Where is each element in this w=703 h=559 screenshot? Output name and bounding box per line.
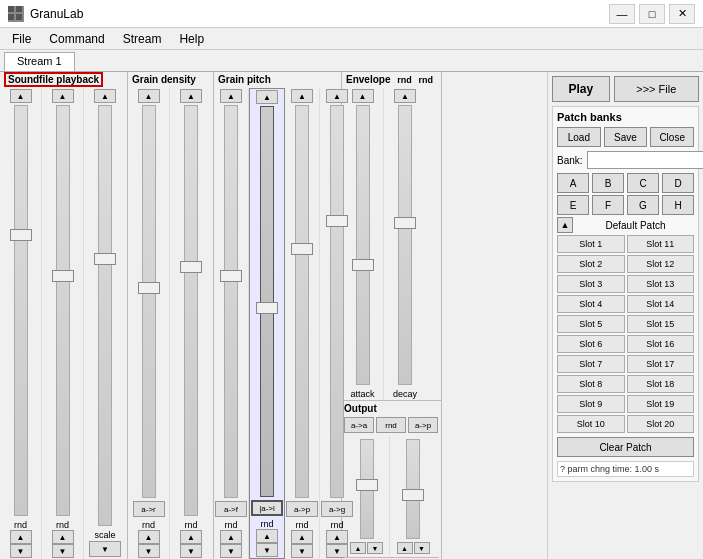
clear-patch-button[interactable]: Clear Patch	[557, 437, 694, 457]
freq-up-btn[interactable]: ▲	[138, 89, 160, 103]
slot-20[interactable]: Slot 20	[627, 415, 695, 433]
rnd-start-down[interactable]: ▼	[10, 544, 32, 558]
app-icon	[8, 6, 24, 22]
start-slider[interactable]	[14, 105, 28, 516]
strips-wrapper: Soundfile playback ▲ rnd ▲ ▼	[0, 72, 547, 559]
load-button[interactable]: Load	[557, 127, 601, 147]
pan-combo[interactable]: a->p	[408, 417, 438, 433]
decay-up[interactable]: ▲	[394, 89, 416, 103]
bank-e-btn[interactable]: E	[557, 195, 589, 215]
pitch1-rnd-up[interactable]: ▲	[220, 530, 242, 544]
pitch3-rnd-down[interactable]: ▼	[291, 544, 313, 558]
bank-c-btn[interactable]: C	[627, 173, 659, 193]
bank-h-btn[interactable]: H	[662, 195, 694, 215]
bank-d-btn[interactable]: D	[662, 173, 694, 193]
rnd-length-up[interactable]: ▲	[52, 530, 74, 544]
pitch1-up[interactable]: ▲	[220, 89, 242, 103]
pitch2-rnd-up[interactable]: ▲	[256, 529, 278, 543]
slot-13[interactable]: Slot 13	[627, 275, 695, 293]
freq-rnd-down[interactable]: ▼	[138, 544, 160, 558]
slot-3[interactable]: Slot 3	[557, 275, 625, 293]
rate-combo[interactable]: ▼	[89, 541, 121, 557]
rnd-start-up[interactable]: ▲	[10, 530, 32, 544]
slot-2[interactable]: Slot 2	[557, 255, 625, 273]
menu-command[interactable]: Command	[41, 30, 112, 48]
menu-stream[interactable]: Stream	[115, 30, 170, 48]
slot-17[interactable]: Slot 17	[627, 355, 695, 373]
envelope-strips: ▲ attack ▲ decay	[342, 88, 441, 400]
pitch3-up[interactable]: ▲	[291, 89, 313, 103]
length-sf-slider[interactable]	[56, 105, 70, 516]
slot-5[interactable]: Slot 5	[557, 315, 625, 333]
pitch3-rnd-up[interactable]: ▲	[291, 530, 313, 544]
freq-slider[interactable]	[142, 105, 156, 498]
slot-18[interactable]: Slot 18	[627, 375, 695, 393]
bank-a-btn[interactable]: A	[557, 173, 589, 193]
svg-rect-2	[8, 14, 14, 20]
pitch2-slider[interactable]	[260, 106, 274, 497]
output-strips-mini: ▲ ▼ ▲ ▼	[344, 436, 439, 555]
decay-slider[interactable]	[398, 105, 412, 385]
output-combos: a->a rnd a->p	[344, 416, 439, 434]
pitch3-slider[interactable]	[295, 105, 309, 498]
slot-6[interactable]: Slot 6	[557, 335, 625, 353]
slot-11[interactable]: Slot 11	[627, 235, 695, 253]
slot-9[interactable]: Slot 9	[557, 395, 625, 413]
minimize-button[interactable]: —	[609, 4, 635, 24]
save-button[interactable]: Save	[604, 127, 648, 147]
slot-14[interactable]: Slot 14	[627, 295, 695, 313]
rnd-length-down[interactable]: ▼	[52, 544, 74, 558]
length-gd-slider[interactable]	[184, 105, 198, 516]
bank-g-btn[interactable]: G	[627, 195, 659, 215]
amp-down[interactable]: ▼	[367, 542, 383, 554]
amp-up[interactable]: ▲	[350, 542, 366, 554]
slot-16[interactable]: Slot 16	[627, 335, 695, 353]
amp-combo[interactable]: a->a	[344, 417, 374, 433]
pitch1-rnd-down[interactable]: ▼	[220, 544, 242, 558]
menu-file[interactable]: File	[4, 30, 39, 48]
bank-input[interactable]	[587, 151, 703, 169]
menu-help[interactable]: Help	[171, 30, 212, 48]
slot-4[interactable]: Slot 4	[557, 295, 625, 313]
pitch2-up[interactable]: ▲	[256, 90, 278, 104]
gd-rnd-down[interactable]: ▼	[180, 544, 202, 558]
slot-12[interactable]: Slot 12	[627, 255, 695, 273]
patch-nav-up[interactable]: ▲	[557, 217, 573, 233]
slot-7[interactable]: Slot 7	[557, 355, 625, 373]
length-sf-up-btn[interactable]: ▲	[52, 89, 74, 103]
pitch2-rnd-down[interactable]: ▼	[256, 543, 278, 557]
pitch3-combo[interactable]: a->p	[286, 501, 318, 517]
gd-rnd-up[interactable]: ▲	[180, 530, 202, 544]
length-gd-up-btn[interactable]: ▲	[180, 89, 202, 103]
tab-stream1[interactable]: Stream 1	[4, 52, 75, 71]
file-button[interactable]: >>> File	[614, 76, 699, 102]
slot-1[interactable]: Slot 1	[557, 235, 625, 253]
pitch1-slider[interactable]	[224, 105, 238, 498]
close-button[interactable]: ✕	[669, 4, 695, 24]
pitch4-slider[interactable]	[330, 105, 344, 498]
slot-8[interactable]: Slot 8	[557, 375, 625, 393]
rate-up-btn[interactable]: ▲	[94, 89, 116, 103]
pitch2-combo[interactable]: |a->l	[251, 500, 283, 516]
freq-rnd-up[interactable]: ▲	[138, 530, 160, 544]
pitch1-combo[interactable]: a->f	[215, 501, 247, 517]
pan-slider[interactable]	[406, 439, 420, 539]
slot-15[interactable]: Slot 15	[627, 315, 695, 333]
close-banks-button[interactable]: Close	[650, 127, 694, 147]
start-up-btn[interactable]: ▲	[10, 89, 32, 103]
strip-length-gd: ▲ rnd ▲ ▼	[170, 88, 212, 559]
output-rnd-combo[interactable]: rnd	[376, 417, 406, 433]
bank-f-btn[interactable]: F	[592, 195, 624, 215]
play-button[interactable]: Play	[552, 76, 610, 102]
freq-combo[interactable]: a->r	[133, 501, 165, 517]
rate-slider[interactable]	[98, 105, 112, 526]
attack-up[interactable]: ▲	[352, 89, 374, 103]
attack-slider[interactable]	[356, 105, 370, 385]
maximize-button[interactable]: □	[639, 4, 665, 24]
bank-b-btn[interactable]: B	[592, 173, 624, 193]
slot-19[interactable]: Slot 19	[627, 395, 695, 413]
slot-10[interactable]: Slot 10	[557, 415, 625, 433]
amp-slider[interactable]	[360, 439, 374, 539]
pan-up[interactable]: ▲	[397, 542, 413, 554]
pan-down[interactable]: ▼	[414, 542, 430, 554]
